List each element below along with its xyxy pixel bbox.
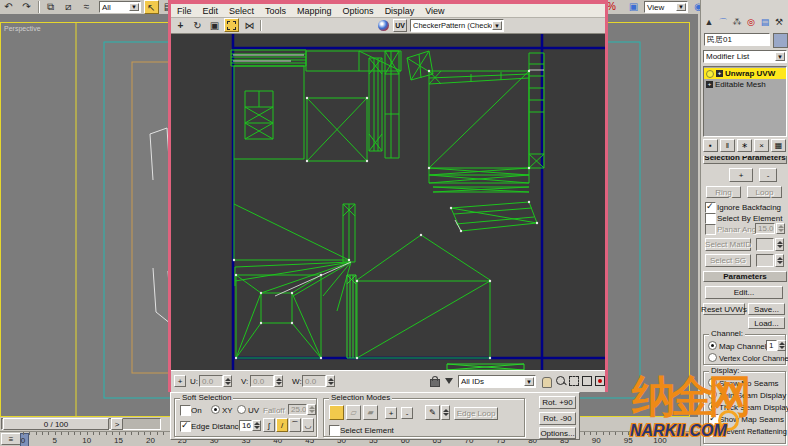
paint-select-icon[interactable]: ✎ xyxy=(425,405,440,420)
menu-tools[interactable]: Tools xyxy=(265,6,286,16)
load-uvws-button[interactable]: Load... xyxy=(748,317,785,329)
matid-spinner[interactable] xyxy=(775,238,784,251)
loop-button[interactable]: Loop xyxy=(747,186,782,198)
falloff-slow-icon[interactable]: ⌒ xyxy=(289,418,301,432)
select-sg-button[interactable]: Select SG xyxy=(705,254,751,267)
chevron-down-icon[interactable]: ▼ xyxy=(524,377,534,386)
zoom-to-gizmo-icon[interactable] xyxy=(595,376,605,386)
rotate-uv-icon[interactable]: ↻ xyxy=(190,19,205,32)
unlink-selection-icon[interactable]: ⧄ xyxy=(61,0,76,13)
stack-item-unwrap-uvw[interactable]: + Unwrap UVW xyxy=(704,68,786,79)
menu-view[interactable]: View xyxy=(425,6,444,16)
sg-spinner[interactable] xyxy=(775,254,784,267)
tab-modify[interactable]: ⌒ xyxy=(717,16,729,28)
reference-coordsys-dropdown[interactable]: View ▼ xyxy=(644,1,688,13)
scale-uv-icon[interactable]: ▣ xyxy=(207,19,222,32)
rotate-minus-90-button[interactable]: Rot. -90 xyxy=(539,412,576,425)
ignore-backfacing-checkbox[interactable] xyxy=(705,202,716,213)
u-spinner[interactable] xyxy=(223,375,232,387)
tab-create[interactable]: ▲ xyxy=(703,16,715,28)
parameters-rollout-header[interactable]: Parameters xyxy=(703,271,787,282)
planar-angle-spinner[interactable] xyxy=(776,223,785,234)
edge-distance-field[interactable]: 16 xyxy=(239,420,252,431)
grow-selection-button[interactable]: + xyxy=(729,168,753,182)
bulb-icon[interactable] xyxy=(706,70,714,78)
mirror-uv-icon[interactable]: ⋈ xyxy=(242,19,257,32)
select-and-link-icon[interactable]: ⧉ xyxy=(43,0,58,13)
face-mode-button[interactable]: ▰ xyxy=(363,405,378,420)
edit-uvws-button[interactable]: Edit... xyxy=(705,286,783,299)
absolute-offset-toggle[interactable]: + xyxy=(174,375,186,387)
menu-select[interactable]: Select xyxy=(229,6,254,16)
time-slider-handle[interactable]: 0 / 100 xyxy=(3,418,109,430)
tab-hierarchy[interactable]: ⁂ xyxy=(731,16,743,28)
make-unique-icon[interactable]: ∗ xyxy=(737,139,752,152)
object-name-field[interactable]: 民居01 xyxy=(704,33,770,46)
falloff-field[interactable]: 25.0 xyxy=(288,404,307,415)
select-matid-button[interactable]: Select MatID xyxy=(705,238,751,251)
edge-distance-checkbox[interactable] xyxy=(180,421,191,432)
thin-seam-radio[interactable] xyxy=(708,390,717,399)
edge-mode-button[interactable]: ▱ xyxy=(346,405,361,420)
lock-selection-icon[interactable] xyxy=(430,379,440,387)
select-object-button[interactable]: ↖ xyxy=(144,0,159,14)
reset-uvws-button[interactable]: Reset UVWs xyxy=(703,303,745,315)
uv-coords-toggle[interactable]: UV xyxy=(393,19,407,32)
select-and-scale-icon[interactable]: ▣ xyxy=(626,0,641,13)
tab-motion[interactable]: ◎ xyxy=(745,16,757,28)
falloff-smooth-icon[interactable]: ʃ xyxy=(263,418,275,432)
falloff-linear-icon[interactable]: / xyxy=(276,418,288,432)
viewport-label[interactable]: Perspective xyxy=(4,25,41,32)
menu-options[interactable]: Options xyxy=(343,6,374,16)
zoom-extents-icon[interactable] xyxy=(582,376,592,386)
uv-canvas[interactable] xyxy=(171,33,605,370)
pan-icon[interactable] xyxy=(542,377,552,388)
rotate-plus-90-button[interactable]: Rot. +90 xyxy=(539,396,576,409)
shrink-uv-selection-button[interactable]: - xyxy=(401,407,413,419)
redo-icon[interactable]: ↷ xyxy=(19,0,34,13)
prevent-reflattening-checkbox[interactable] xyxy=(708,426,719,437)
chevron-down-icon[interactable]: ▼ xyxy=(129,3,139,11)
show-map-seams-checkbox[interactable] xyxy=(708,414,719,425)
map-channel-spinner[interactable] xyxy=(777,340,786,351)
edge-distance-spinner[interactable] xyxy=(252,420,261,431)
menu-edit[interactable]: Edit xyxy=(203,6,219,16)
show-map-icon[interactable] xyxy=(378,20,389,31)
falloff-spinner[interactable] xyxy=(307,404,316,415)
chevron-down-icon[interactable]: ▼ xyxy=(676,3,686,11)
map-channel-radio[interactable] xyxy=(708,341,717,350)
sg-field[interactable] xyxy=(756,254,774,267)
object-color-swatch[interactable] xyxy=(773,33,788,48)
grow-uv-selection-button[interactable]: + xyxy=(385,407,397,419)
modifier-list-dropdown[interactable]: Modifier List ▼ xyxy=(703,50,787,63)
matid-field[interactable] xyxy=(756,238,774,251)
matid-filter-dropdown[interactable]: All IDs ▼ xyxy=(458,375,536,388)
select-by-element-checkbox[interactable] xyxy=(705,213,716,224)
zoom-icon[interactable] xyxy=(556,376,565,385)
thick-seam-radio[interactable] xyxy=(708,402,717,411)
vertex-mode-button[interactable] xyxy=(329,405,344,420)
menu-file[interactable]: File xyxy=(177,6,192,16)
planar-angle-checkbox[interactable] xyxy=(705,224,716,235)
zoom-region-icon[interactable] xyxy=(569,376,579,386)
options-button[interactable]: Options... xyxy=(539,427,576,439)
selection-filter-dropdown[interactable]: All ▼ xyxy=(99,1,141,13)
planar-angle-field[interactable]: 15.0 xyxy=(755,223,775,234)
chevron-down-icon[interactable]: ▼ xyxy=(492,21,502,30)
xy-radio[interactable] xyxy=(211,405,220,414)
mini-curve-editor-button[interactable]: ≡ xyxy=(1,433,21,445)
configure-modifier-sets-icon[interactable]: ▦ xyxy=(771,139,786,152)
remove-modifier-icon[interactable]: × xyxy=(754,139,769,152)
chevron-down-icon[interactable]: ▼ xyxy=(775,52,785,61)
shrink-selection-button[interactable]: - xyxy=(759,168,777,182)
edge-loop-button[interactable]: Edge Loop xyxy=(454,407,498,420)
v-spinner[interactable] xyxy=(274,375,283,387)
time-slider-next-button[interactable]: > xyxy=(111,418,123,430)
freeform-mode-button[interactable] xyxy=(224,18,239,32)
tab-display[interactable]: ▤ xyxy=(759,16,771,28)
tab-utilities[interactable]: ⚒ xyxy=(773,16,785,28)
ring-button[interactable]: Ring xyxy=(706,186,741,198)
menu-display[interactable]: Display xyxy=(385,6,415,16)
uv-radio[interactable] xyxy=(237,405,246,414)
paint-size-spinner[interactable] xyxy=(441,405,450,420)
